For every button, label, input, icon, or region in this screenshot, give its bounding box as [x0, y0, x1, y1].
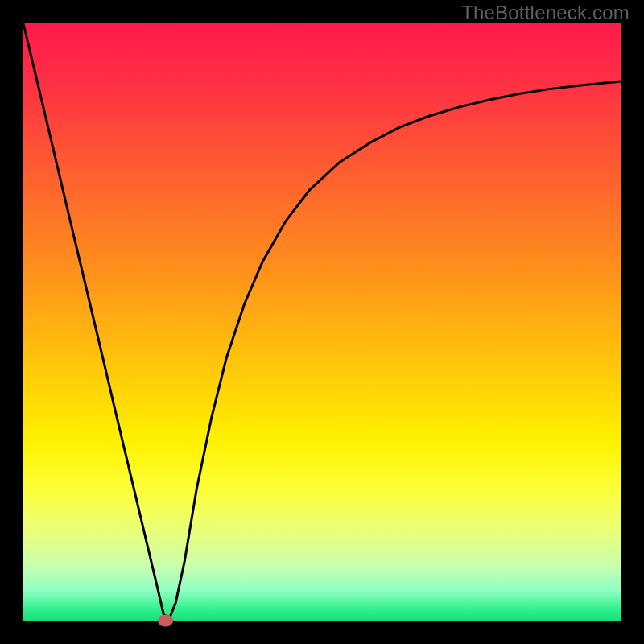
watermark-text: TheBottleneck.com [461, 2, 630, 24]
chart-background [23, 23, 621, 621]
optimal-marker [158, 615, 173, 627]
chart-container: TheBottleneck.com [0, 0, 644, 644]
bottleneck-chart [0, 0, 644, 644]
